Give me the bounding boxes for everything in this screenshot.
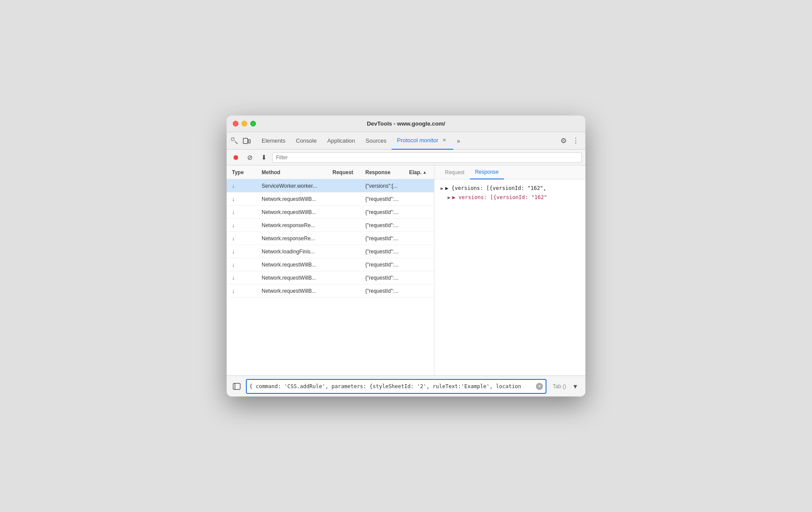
expand-arrow-icon[interactable]: ▶	[441, 185, 444, 193]
cell-response: {"requestId":...	[362, 235, 406, 242]
tab-console[interactable]: Console	[290, 132, 322, 150]
table-row[interactable]: ↓ Network.responseRe... {"requestId":...	[227, 219, 434, 232]
table-row[interactable]: ↓ Network.requestWillB... {"requestId":.…	[227, 258, 434, 271]
element-picker-icon[interactable]	[230, 137, 239, 145]
filter-input[interactable]	[272, 152, 582, 163]
tree-line-2: ▶ ▶ versions: [{versionId: "162"	[441, 193, 579, 202]
content-area: Type Method Request Response Elap. ▲	[227, 165, 585, 375]
table-header: Type Method Request Response Elap. ▲	[227, 165, 434, 179]
cell-response: {"requestId":...	[362, 249, 406, 255]
cell-method: Network.responseRe...	[258, 222, 329, 228]
devtools-window: DevTools - www.google.com/ Elements Cons…	[227, 116, 585, 396]
table-row[interactable]: ↓ Network.requestWillB... {"requestId":.…	[227, 284, 434, 298]
table-row[interactable]: ↓ Network.requestWillB... {"requestId":.…	[227, 193, 434, 206]
settings-icon[interactable]: ⚙	[557, 135, 570, 147]
command-input-wrapper: ✕	[246, 379, 546, 394]
tab-elements[interactable]: Elements	[256, 132, 290, 150]
traffic-lights	[233, 121, 256, 126]
tab-response[interactable]: Response	[470, 165, 504, 179]
response-content: ▶ ▶ {versions: [{versionId: "162", ▶ ▶ v…	[434, 179, 585, 375]
more-tabs-button[interactable]: »	[453, 137, 464, 144]
title-bar: DevTools - www.google.com/	[227, 116, 585, 132]
tab-request[interactable]: Request	[440, 165, 470, 179]
tree-line-1: ▶ ▶ {versions: [{versionId: "162",	[441, 184, 579, 193]
cell-response: {"requestId":...	[362, 209, 406, 215]
toolbar: ⏺ ⊘ ⬇	[227, 150, 585, 165]
cell-type: ↓	[227, 196, 258, 202]
svg-rect-0	[231, 138, 234, 140]
sidebar-toggle-icon[interactable]	[231, 381, 242, 392]
table-row[interactable]: ↓ Network.responseRe... {"requestId":...	[227, 232, 434, 245]
cell-type: ↓	[227, 288, 258, 294]
cell-method: Network.requestWillB...	[258, 275, 329, 281]
right-panel: Request Response ▶ ▶ {versions: [{versio…	[434, 165, 585, 375]
cell-response: {"versions":[...	[362, 183, 406, 189]
cell-type: ↓	[227, 182, 258, 189]
cell-response: {"requestId":...	[362, 196, 406, 202]
table-row[interactable]: ↓ Network.requestWillB... {"requestId":.…	[227, 271, 434, 284]
clear-command-icon[interactable]: ✕	[536, 383, 543, 390]
svg-rect-1	[243, 138, 248, 144]
cell-response: {"requestId":...	[362, 262, 406, 268]
col-elapsed-header[interactable]: Elap. ▲	[406, 169, 434, 175]
tab-application[interactable]: Application	[322, 132, 360, 150]
window-title: DevTools - www.google.com/	[367, 120, 445, 127]
close-button[interactable]	[233, 121, 238, 126]
cell-type: ↓	[227, 209, 258, 215]
tab-bar: Elements Console Application Sources Pro…	[227, 132, 585, 150]
download-button[interactable]: ⬇	[258, 152, 270, 163]
command-input[interactable]	[249, 383, 536, 389]
expand-arrow-icon[interactable]: ▶	[448, 194, 451, 202]
cell-type: ↓	[227, 274, 258, 281]
cell-response: {"requestId":...	[362, 275, 406, 281]
cell-type: ↓	[227, 261, 258, 268]
protocol-table: Type Method Request Response Elap. ▲	[227, 165, 434, 375]
tab-hint: Tab ()	[553, 383, 566, 389]
svg-rect-2	[248, 140, 250, 143]
cell-method: Network.responseRe...	[258, 235, 329, 242]
cell-method: Network.requestWillB...	[258, 262, 329, 268]
right-panel-tabs: Request Response	[434, 165, 585, 179]
minimize-button[interactable]	[242, 121, 247, 126]
svg-rect-3	[233, 383, 240, 389]
cell-type: ↓	[227, 235, 258, 242]
cell-method: Network.requestWillB...	[258, 196, 329, 202]
col-request-header: Request	[329, 169, 362, 175]
devtools-icon-group	[230, 137, 251, 145]
table-body: ↓ ServiceWorker.worker... {"versions":[.…	[227, 179, 434, 375]
cell-method: Network.requestWillB...	[258, 288, 329, 294]
col-type-header: Type	[227, 169, 258, 175]
table-row[interactable]: ↓ ServiceWorker.worker... {"versions":[.…	[227, 179, 434, 193]
cell-response: {"requestId":...	[362, 288, 406, 294]
cell-method: ServiceWorker.worker...	[258, 183, 329, 189]
cell-type: ↓	[227, 248, 258, 255]
table-row[interactable]: ↓ Network.loadingFinis... {"requestId":.…	[227, 245, 434, 258]
col-method-header: Method	[258, 169, 329, 175]
cell-method: Network.requestWillB...	[258, 209, 329, 215]
cell-response: {"requestId":...	[362, 222, 406, 228]
col-response-header: Response	[362, 169, 406, 175]
more-options-icon[interactable]: ⋮	[570, 135, 582, 147]
cell-type: ↓	[227, 222, 258, 228]
cell-method: Network.loadingFinis...	[258, 249, 329, 255]
sort-arrow-icon: ▲	[423, 170, 427, 175]
bottom-bar: ✕ Tab () ▼	[227, 375, 585, 396]
tab-close-icon[interactable]: ✕	[441, 137, 448, 144]
record-button[interactable]: ⏺	[230, 152, 242, 163]
clear-button[interactable]: ⊘	[244, 152, 256, 163]
device-toolbar-icon[interactable]	[242, 137, 251, 145]
maximize-button[interactable]	[250, 121, 256, 126]
tab-protocol-monitor[interactable]: Protocol monitor ✕	[392, 132, 453, 150]
dropdown-arrow-icon[interactable]: ▼	[570, 381, 581, 392]
tab-sources[interactable]: Sources	[360, 132, 392, 150]
table-row[interactable]: ↓ Network.requestWillB... {"requestId":.…	[227, 206, 434, 219]
